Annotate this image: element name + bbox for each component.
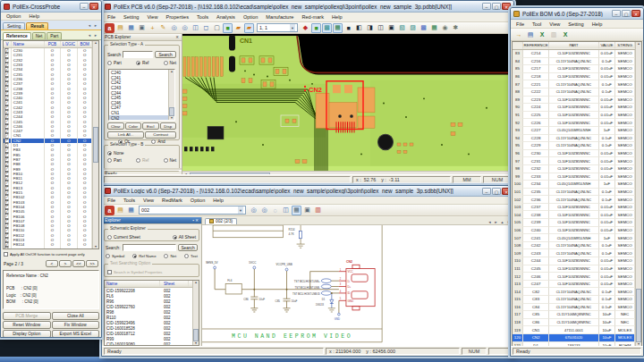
layer-bottom-icon[interactable]: ▩ <box>322 23 332 33</box>
layer-top-icon[interactable]: ■ <box>311 23 321 33</box>
table-row[interactable]: 91 C225 CL10F103ZB5NNNC 0.01uF SEMCO <box>513 112 635 120</box>
list-scrollbar[interactable]: ▲ ▼ <box>168 70 174 120</box>
settings-icon[interactable]: ✱ <box>451 23 461 33</box>
maximize-button[interactable]: ▢ <box>492 188 501 195</box>
close-button[interactable]: ✕ <box>631 10 640 17</box>
menu-item[interactable]: Option <box>5 13 21 20</box>
menu-item[interactable]: Option <box>190 197 206 204</box>
action-button[interactable]: Disp <box>160 122 177 130</box>
action-button[interactable]: Clear <box>107 122 124 130</box>
radio-option[interactable]: Net <box>164 158 176 163</box>
column-header-check[interactable]: V <box>4 41 12 47</box>
table-row[interactable]: CID-159922208002 <box>105 288 192 293</box>
save-icon[interactable]: ▦ <box>126 23 136 33</box>
close-icon[interactable]: ▪ ✕ <box>193 218 199 223</box>
menu-item[interactable]: Tools <box>123 197 136 204</box>
component-view-icon[interactable]: ▰ <box>233 23 243 33</box>
pager-button[interactable]: < <box>46 260 58 267</box>
table-row[interactable]: 94 C228 CL15Y104NAQJNLNC 0.1uF SEMCO <box>513 135 635 143</box>
minimize-button[interactable]: – <box>482 3 491 10</box>
column-header-value[interactable]: VALUE <box>599 42 616 49</box>
table-row[interactable]: R98002 <box>105 309 192 315</box>
tab[interactable]: Net <box>32 32 47 39</box>
table-row[interactable]: 98 C232 CL10F103ZB5NNNC 0.01uF SEMCO <box>513 165 635 173</box>
radio-option[interactable]: Net <box>164 254 176 258</box>
table-row[interactable]: CID-160019080002 <box>105 342 192 345</box>
close-button[interactable]: ✕ <box>89 3 98 10</box>
bom-scrollbar[interactable]: ▲ ▼ <box>635 42 641 346</box>
radio-option[interactable]: None <box>107 151 123 156</box>
table-row[interactable]: 89 C223 CL10F103ZB5NNNC 0.01uF SEMCO <box>513 97 635 105</box>
table-row[interactable]: CID-159923496002 <box>105 321 192 326</box>
column-header-part[interactable]: PART <box>549 42 598 49</box>
table-row[interactable]: ✓ FB115 O O O <box>4 247 92 248</box>
table-row[interactable]: 86 C218 CL10F103ZB5NNNC 0.01uF SEMCO <box>513 73 635 81</box>
tab[interactable]: Part <box>47 32 62 39</box>
radio-option[interactable]: Part <box>107 61 122 65</box>
table-row[interactable]: 117 C85 CL15Y106MQ8NRNC 10uF NEC <box>513 311 635 319</box>
menu-item[interactable]: Help <box>212 197 225 204</box>
apply-all-checkbox[interactable] <box>4 252 8 257</box>
table-row[interactable]: CID-160018712002 <box>105 332 192 337</box>
crossprobe-button[interactable]: Close All <box>52 312 100 320</box>
grid-icon[interactable]: ▦ <box>292 206 301 215</box>
table-row[interactable]: 90 C224 CL10F103ZB5NNNC 0.01uF SEMCO <box>513 104 635 112</box>
table-row[interactable]: 120 CN2 675031020 10uF MOLEX <box>513 334 635 342</box>
tab[interactable]: Result <box>26 22 48 29</box>
column-header-reference[interactable]: REFERENCE <box>523 42 550 49</box>
menu-item[interactable]: RedMark <box>161 197 183 204</box>
table-row[interactable]: 105 C239 CL10F103ZB5NNNC 0.01uF SEMCO <box>513 219 635 227</box>
table-row[interactable]: CID-159922760002 <box>105 304 192 309</box>
crossprobe-button[interactable]: Reset Window <box>3 321 51 329</box>
menu-item[interactable]: Manufacture <box>265 13 294 21</box>
table-scrollbar[interactable]: ▲ ▼ <box>192 281 199 345</box>
search-input[interactable] <box>123 51 153 58</box>
zoom-window-icon[interactable]: ◫ <box>281 206 291 215</box>
table-row[interactable]: 103 C237 CL10F103ZB5NNNC 0.01uF SEMCO <box>513 204 635 212</box>
pcb-titlebar[interactable]: PollEx PCB v6.0 (Sep-27-2018) - [\\192.1… <box>102 1 513 13</box>
board-dark4-icon[interactable]: ◫ <box>376 23 386 33</box>
schematic-canvas[interactable]: MCU NAND EEPROM VIDEO R114 4.7K SENS_5V … <box>202 225 513 347</box>
print-icon[interactable]: ▣ <box>137 23 147 33</box>
pick-icon[interactable]: ✎ <box>158 23 168 33</box>
menu-item[interactable]: File <box>106 197 116 204</box>
link-all-button[interactable]: Link All... <box>107 131 144 139</box>
zoom-previous-icon[interactable]: ◌ <box>270 206 280 215</box>
crossprobe-button[interactable]: Display Option <box>3 330 51 338</box>
table-row[interactable]: 115 C83 CL15Y104NAQJNLNC 0.1uF SEMCO <box>513 296 635 304</box>
maximize-button[interactable]: ▢ <box>622 10 631 17</box>
exit-icon[interactable]: → <box>513 29 524 40</box>
table-row[interactable]: 110 C244 CL10F103ZB5NNNC 0.01uF SEMCO <box>513 257 635 265</box>
open-icon[interactable]: ▤ <box>115 206 125 215</box>
table-row[interactable]: 95 C229 CL15Y104NAQJNLNC 0.1uF SEMCO <box>513 142 635 150</box>
excel-open-icon[interactable]: X <box>560 29 571 40</box>
menu-item[interactable]: Red-mark <box>301 13 325 21</box>
zoom-window-icon[interactable]: ◫ <box>191 23 200 33</box>
screen-capture-icon[interactable]: ▢ <box>212 23 222 33</box>
table-row[interactable]: 108 C242 CL15Y104NAQJNLNC 0.1uF SEMCO <box>513 242 635 250</box>
column-header-logic[interactable]: LOGIC <box>61 41 79 47</box>
table-row[interactable]: 87 C221 CL15Y104NAQJNLNC 0.1uF SEMCO <box>513 80 635 88</box>
radio-option[interactable]: Ref <box>136 158 148 163</box>
contrast-button[interactable]: Contrast <box>145 131 176 139</box>
minimize-button[interactable]: – <box>482 188 491 195</box>
radio-option[interactable]: All Sheet <box>173 235 196 240</box>
dfm-icon[interactable]: ▦ <box>429 23 439 33</box>
board-dark1-icon[interactable]: ■ <box>343 23 353 33</box>
zoom-out-icon[interactable]: ◎ <box>259 206 269 215</box>
scroll-down-icon[interactable]: ▼ <box>169 116 174 120</box>
row-checkbox[interactable]: ✓ <box>4 247 9 248</box>
search-input[interactable] <box>123 244 176 251</box>
table-row[interactable]: FL6002 <box>105 293 192 299</box>
net-view-icon[interactable]: ▧ <box>397 23 407 33</box>
zoom-in-icon[interactable]: ◎ <box>249 206 258 215</box>
logic-titlebar[interactable]: PollEx Logic v6.0 (Sep-27-2018) - [\\192… <box>102 186 513 197</box>
table-row[interactable]: 83 C214 CL10F103ZB5NNNC 0.01uF SEMCO <box>513 50 635 58</box>
column-header-name[interactable]: Name <box>105 281 160 287</box>
bom-titlebar[interactable]: PollEx BOM v6.0 (Sep-27-2018) – ▢ ✕ <box>511 8 643 20</box>
table-row[interactable]: R110002 <box>105 315 192 320</box>
menu-item[interactable]: View <box>548 21 561 28</box>
tab[interactable]: Setting <box>3 22 25 29</box>
tab-controls[interactable]: ◄ ► ▲ ✕ <box>487 220 511 224</box>
layer-inner-icon[interactable]: ▦ <box>333 23 343 33</box>
